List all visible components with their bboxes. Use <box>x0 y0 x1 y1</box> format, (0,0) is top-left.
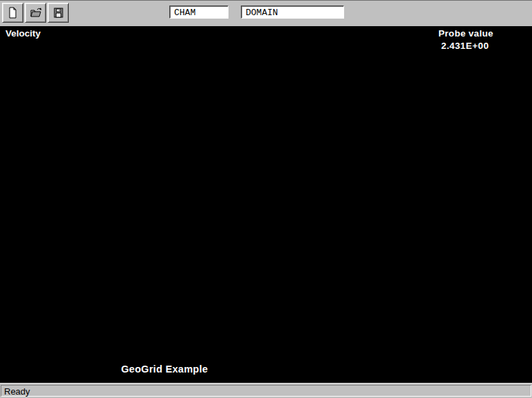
velocity-legend: Velocity <box>6 28 41 42</box>
status-bar: Ready <box>0 383 532 398</box>
probe-value: 2.431E+00 <box>441 41 493 51</box>
probe-readout: Probe value 2.431E+00 <box>438 28 493 51</box>
app-window: Velocity Probe value 2.431E+00 GeoGrid E… <box>0 0 532 398</box>
cham-field[interactable] <box>169 6 228 19</box>
new-file-button[interactable] <box>2 3 23 23</box>
legend-title: Velocity <box>6 28 41 39</box>
status-text: Ready <box>1 385 531 397</box>
probe-label: Probe value <box>438 28 493 39</box>
open-file-button[interactable] <box>25 3 46 23</box>
save-button[interactable] <box>47 3 69 23</box>
flow-visualization-scene[interactable] <box>0 26 532 383</box>
scene-caption: GeoGrid Example <box>121 364 208 375</box>
toolbar <box>0 0 532 26</box>
domain-field[interactable] <box>241 6 344 19</box>
open-folder-icon <box>29 6 43 20</box>
new-file-icon <box>6 6 20 20</box>
graphics-viewport[interactable]: Velocity Probe value 2.431E+00 GeoGrid E… <box>0 26 532 383</box>
save-floppy-icon <box>52 6 65 20</box>
